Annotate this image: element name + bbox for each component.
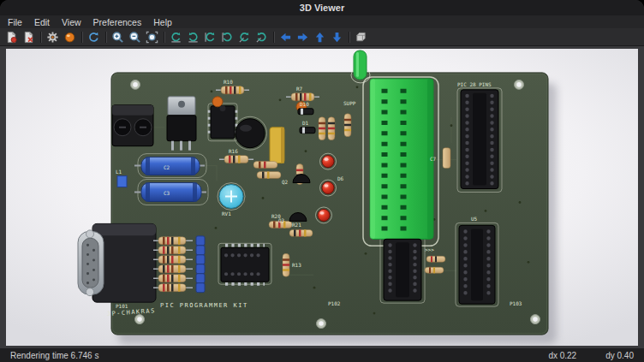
rotate-z-ccw-icon (238, 31, 251, 44)
inductor-l1 (117, 176, 127, 187)
dip14-socket (221, 246, 269, 284)
dy-value: dy 0.40 (605, 351, 634, 360)
led (316, 207, 332, 223)
export-jpeg-icon (22, 31, 35, 44)
resistor-r21 (289, 229, 313, 236)
export-png-icon (5, 31, 18, 44)
toolbar-separator (81, 32, 82, 43)
move-left-button[interactable] (277, 29, 294, 45)
status-bar: Rendering time 6.746 s dx 0.22 dy 0.40 (0, 348, 644, 362)
silk-label-c7: C7 (430, 156, 437, 162)
arrow-right-icon (296, 31, 309, 44)
silk-label-u5: U5 (471, 216, 478, 222)
dip28-socket (461, 90, 498, 189)
rotate-y-cw-icon (221, 31, 234, 44)
silk-label-p102: P102 (328, 300, 341, 306)
dx-value: dx 0.22 (548, 351, 576, 360)
arrow-up-icon (313, 31, 326, 44)
round-capacitor (236, 119, 265, 148)
rotate-x-ccw-icon (170, 31, 182, 44)
menu-preferences[interactable]: Preferences (87, 17, 148, 27)
mounting-hole (515, 80, 524, 89)
rotate-x-cw-button[interactable] (185, 29, 201, 45)
render-settings-button[interactable] (45, 29, 61, 45)
silk-label-r10: R10 (224, 79, 233, 85)
rotate-z-cw-icon (255, 31, 268, 44)
mounting-hole (135, 315, 145, 324)
reload-icon (87, 31, 100, 44)
zoom-out-button[interactable] (127, 29, 143, 45)
resistor-r13 (283, 253, 289, 276)
silk-label-d1: D1 (302, 120, 309, 126)
zoom-in-icon (111, 31, 124, 44)
disc-capacitor (212, 97, 223, 107)
silk-label-supply: SUPP (343, 100, 356, 106)
app-window: 3D Viewer File Edit View Preferences Hel… (0, 0, 644, 362)
zoom-fit-button[interactable] (144, 29, 160, 45)
zoom-in-button[interactable] (110, 29, 126, 45)
mounting-hole (317, 319, 326, 329)
export-jpeg-button[interactable] (21, 29, 37, 45)
silk-label-p101: P101 (116, 303, 128, 309)
pcb-3d-scene[interactable]: R10 R7 D10 D1 R16 C2 C3 L1 RV1 R20 R21 D… (6, 49, 638, 346)
ortho-projection-button[interactable] (353, 29, 369, 45)
silk-label-kit-title: PIC PROGRAMMER KIT (160, 302, 248, 309)
silk-label-pic28: PIC 28 PINS (457, 81, 492, 87)
menu-help[interactable]: Help (147, 17, 178, 27)
move-up-button[interactable] (312, 29, 328, 45)
silk-label-d10: D10 (300, 101, 309, 107)
trimmer-rv1 (218, 183, 245, 211)
silk-label-l1: L1 (116, 169, 122, 175)
silk-label-rv1: RV1 (222, 211, 231, 217)
capacitor-c7 (443, 148, 450, 169)
menu-view[interactable]: View (56, 17, 87, 27)
silk-label-arrows: >>> (425, 246, 434, 252)
silk-label-q2: Q2 (282, 179, 289, 185)
rotate-y-cw-button[interactable] (219, 29, 236, 45)
raytracing-orb-icon (63, 31, 76, 44)
silk-label-d6: D6 (337, 175, 344, 181)
reload-board-button[interactable] (86, 29, 102, 45)
film-capacitor-yellow (270, 128, 284, 163)
rotate-z-cw-button[interactable] (253, 29, 270, 45)
rotate-y-ccw-button[interactable] (202, 29, 218, 45)
silk-label-r16: R16 (229, 148, 238, 154)
silk-label-p103: P103 (510, 300, 522, 306)
zoom-fit-icon (146, 31, 158, 44)
cap-marking-c3: C3 (164, 190, 170, 196)
resistor-row (153, 236, 205, 246)
move-down-button[interactable] (329, 29, 345, 45)
gear-icon (46, 31, 59, 44)
led (320, 180, 337, 196)
arrow-left-icon (279, 31, 292, 44)
zoom-out-icon (128, 31, 141, 44)
silk-label-r21: R21 (292, 222, 301, 228)
toolbar-separator (164, 32, 164, 43)
title-bar[interactable]: 3D Viewer (0, 0, 644, 15)
cap-marking-c2: C2 (164, 164, 170, 170)
viewport-3d[interactable]: R10 R7 D10 D1 R16 C2 C3 L1 RV1 R20 R21 D… (6, 49, 638, 346)
mounting-hole (131, 80, 140, 89)
move-right-button[interactable] (295, 29, 311, 45)
resistor-row (153, 255, 205, 264)
rotate-y-ccw-icon (204, 31, 217, 44)
resistor-row (153, 264, 205, 274)
rendering-time-label: Rendering time 6.746 s (10, 351, 98, 360)
arrow-down-icon (331, 31, 343, 44)
rotate-x-ccw-button[interactable] (168, 29, 184, 45)
dip18-socket (384, 239, 421, 300)
rotate-z-ccw-button[interactable] (236, 29, 253, 45)
resistor-row (153, 274, 205, 283)
menu-file[interactable]: File (2, 17, 28, 27)
dip22-socket (459, 225, 495, 304)
silk-label-r7: R7 (296, 86, 303, 92)
viewport-frame: R10 R7 D10 D1 R16 C2 C3 L1 RV1 R20 R21 D… (0, 46, 644, 348)
db9-connector (78, 223, 156, 302)
raytracing-button[interactable] (62, 29, 78, 45)
diode-d10 (298, 109, 313, 115)
terminal-block (112, 105, 153, 146)
diode-d1 (300, 128, 315, 134)
dip8-ic (210, 105, 236, 138)
export-png-button[interactable] (3, 29, 20, 45)
menu-edit[interactable]: Edit (28, 17, 56, 27)
